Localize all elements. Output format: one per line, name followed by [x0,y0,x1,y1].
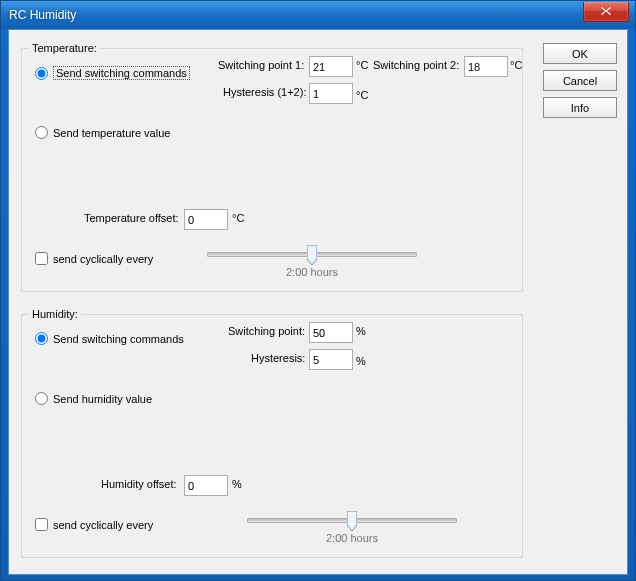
temp-hyst-input[interactable] [309,83,353,104]
temp-sp1-label: Switching point 1: [218,59,304,71]
hum-offset-label: Humidity offset: [101,478,177,490]
hum-cyclic-check[interactable]: send cyclically every [35,518,153,531]
cancel-button[interactable]: Cancel [543,70,617,91]
temp-cyclic-label: send cyclically every [53,253,153,265]
ok-button[interactable]: OK [543,43,617,64]
hum-radio-value-label: Send humidity value [53,393,152,405]
temp-radio-value-label: Send temperature value [53,127,170,139]
close-icon [600,6,612,18]
temp-sp2-unit: °C [510,59,522,71]
temp-radio-value[interactable]: Send temperature value [35,126,170,139]
info-button[interactable]: Info [543,97,617,118]
slider-thumb[interactable] [347,511,357,531]
humidity-legend: Humidity: [29,308,81,320]
temp-radio-switching-label: Send switching commands [53,66,190,80]
temp-cyclic-check[interactable]: send cyclically every [35,252,153,265]
temp-slider-value: 2:00 hours [207,266,417,278]
hum-slider-value: 2:00 hours [247,532,457,544]
hum-radio-switching-input[interactable] [35,332,48,345]
client-area: OK Cancel Info Temperature: Send switchi… [8,29,628,575]
hum-sp-label: Switching point: [228,325,305,337]
temp-hyst-label: Hysteresis (1+2): [223,86,306,98]
hum-offset-input[interactable] [184,475,228,496]
slider-track [247,518,457,523]
temp-offset-input[interactable] [184,209,228,230]
hum-hyst-unit: % [356,355,366,367]
temp-sp2-input[interactable] [464,56,508,77]
window-title: RC Humidity [9,8,76,22]
temp-radio-value-input[interactable] [35,126,48,139]
hum-radio-value[interactable]: Send humidity value [35,392,152,405]
temp-offset-label: Temperature offset: [84,212,179,224]
temp-radio-switching[interactable]: Send switching commands [35,66,190,80]
temp-cyclic-checkbox[interactable] [35,252,48,265]
temp-offset-unit: °C [232,212,244,224]
temp-cyclic-slider[interactable]: 2:00 hours [207,244,417,257]
hum-sp-unit: % [356,325,366,337]
temp-hyst-unit: °C [356,89,368,101]
hum-hyst-label: Hysteresis: [251,352,305,364]
temp-sp1-input[interactable] [309,56,353,77]
hum-offset-unit: % [232,478,242,490]
temp-sp1-unit: °C [356,59,368,71]
temp-radio-switching-input[interactable] [35,67,48,80]
hum-sp-input[interactable] [309,322,353,343]
slider-thumb[interactable] [307,245,317,265]
title-bar: RC Humidity [1,1,635,29]
hum-cyclic-slider[interactable]: 2:00 hours [247,510,457,523]
temp-sp2-label: Switching point 2: [373,59,459,71]
hum-radio-switching-label: Send switching commands [53,333,184,345]
slider-track [207,252,417,257]
temperature-group: Temperature: Send switching commands Swi… [21,42,523,292]
humidity-group: Humidity: Send switching commands Switch… [21,308,523,558]
dialog-window: RC Humidity OK Cancel Info Temperature: … [0,0,636,581]
temperature-legend: Temperature: [29,42,100,54]
close-button[interactable] [583,2,629,22]
hum-hyst-input[interactable] [309,349,353,370]
hum-cyclic-checkbox[interactable] [35,518,48,531]
hum-cyclic-label: send cyclically every [53,519,153,531]
hum-radio-switching[interactable]: Send switching commands [35,332,184,345]
hum-radio-value-input[interactable] [35,392,48,405]
